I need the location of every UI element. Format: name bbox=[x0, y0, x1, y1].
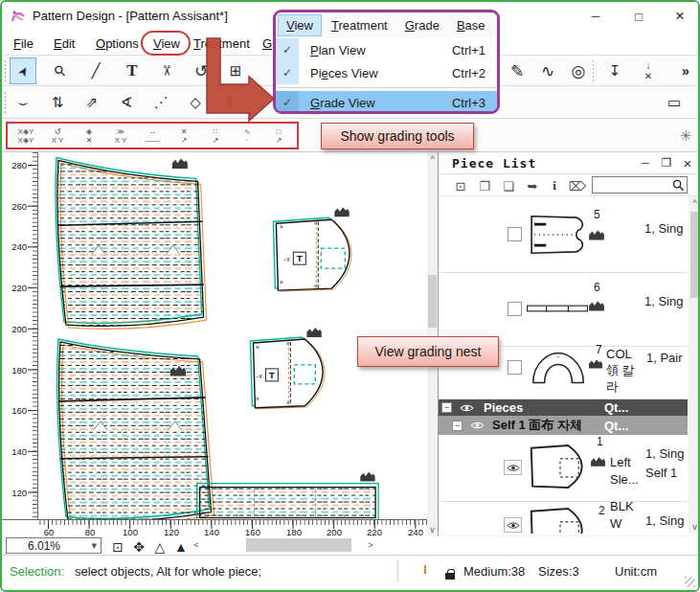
menu-file[interactable]: File bbox=[10, 34, 37, 53]
toolbar-grip[interactable] bbox=[4, 59, 7, 81]
visibility-eye-icon[interactable] bbox=[460, 403, 474, 413]
toolbar-overflow-chevron[interactable]: » bbox=[672, 57, 699, 84]
trim-tool-icon[interactable]: ✂ bbox=[153, 57, 180, 84]
piece-mark-label: -x bbox=[283, 255, 290, 263]
menu-item-plan-view[interactable]: ✓ Plan View Ctrl+1 bbox=[276, 38, 497, 61]
align-point-tool-icon[interactable]: ↧ bbox=[601, 57, 628, 84]
text-tool-icon[interactable]: T bbox=[119, 57, 146, 84]
grade-settings-icon[interactable]: ✳ bbox=[672, 123, 699, 149]
scroll-thumb[interactable] bbox=[428, 275, 437, 328]
pattern-piece-sleeve-middle[interactable]: -x T bbox=[250, 328, 325, 409]
target-tool-icon[interactable]: ◎ bbox=[565, 57, 592, 84]
fold-tool-icon[interactable]: ⇞ bbox=[216, 89, 243, 116]
scroll-left-arrow[interactable]: < bbox=[190, 538, 203, 552]
scroll-right-arrow[interactable]: > bbox=[364, 538, 377, 552]
piece-list-vertical-scrollbar[interactable]: ^ v bbox=[689, 196, 700, 534]
maximize-button[interactable]: □ bbox=[620, 3, 658, 30]
grade-corner-tool-icon[interactable]: ∷ ↗ bbox=[201, 123, 230, 149]
panel-close-button[interactable]: × bbox=[678, 152, 697, 173]
combobox-dropdown-arrow[interactable]: ▾ bbox=[91, 539, 97, 552]
overlay-menu-help[interactable]: Help bbox=[495, 15, 500, 35]
pattern-piece-skirt-top[interactable] bbox=[56, 157, 207, 329]
close-button[interactable]: × bbox=[663, 3, 697, 30]
scroll-thumb[interactable] bbox=[690, 212, 700, 298]
visibility-eye-toggle[interactable] bbox=[504, 517, 522, 533]
pattern-piece-sleeve-top[interactable]: -x T bbox=[273, 207, 351, 291]
pleat-tool-icon[interactable]: ⇅ bbox=[44, 89, 71, 116]
lock-icon bbox=[445, 573, 455, 580]
resize-grip[interactable] bbox=[685, 577, 695, 587]
group-label: Self 1 面布 자체 bbox=[492, 417, 582, 434]
group-row-self[interactable]: − Self 1 面布 자체 Qt... bbox=[439, 416, 688, 435]
grade-box-tool-icon[interactable]: □ ↗ bbox=[264, 123, 293, 149]
delete-point-tool-icon[interactable]: ↓ ✕ bbox=[634, 57, 663, 84]
status-unit: Unit:cm bbox=[615, 564, 657, 579]
pen-tool-icon[interactable]: ✎ bbox=[504, 57, 531, 84]
split-move-tool-icon[interactable]: ⇗ bbox=[79, 89, 105, 116]
copy-add-piece-icon[interactable]: ❏ bbox=[498, 172, 519, 199]
move-points-tool-icon[interactable]: ⋰ bbox=[147, 89, 174, 116]
zoom-tool-icon[interactable]: ⚲ bbox=[46, 57, 73, 84]
grade-copy-tool-icon[interactable]: ≫ X Y bbox=[106, 123, 135, 149]
measure-tool-icon[interactable]: ╱ bbox=[82, 57, 109, 84]
group-row-pieces[interactable]: − Pieces Qt... bbox=[439, 399, 688, 416]
piece-row[interactable]: 2 BLK W 1, Sing bbox=[439, 502, 688, 534]
zoom-combobox[interactable]: 6.01% ▾ bbox=[6, 537, 102, 554]
menu-options[interactable]: Options bbox=[92, 34, 143, 53]
notch-tool-icon[interactable]: ⌣ bbox=[10, 89, 36, 116]
curve-tool-icon[interactable]: ∿ bbox=[534, 57, 561, 84]
scroll-down-arrow[interactable]: v bbox=[689, 520, 700, 534]
scroll-thumb[interactable] bbox=[246, 538, 351, 552]
import-piece-icon[interactable]: ➥ bbox=[522, 172, 543, 199]
scroll-down-arrow[interactable]: v bbox=[427, 523, 438, 535]
menu-item-pieces-view[interactable]: ✓ Pieces View Ctrl+2 bbox=[276, 61, 497, 84]
info-icon[interactable]: i bbox=[546, 172, 563, 199]
overlay-menu-treatment[interactable]: Treatment bbox=[324, 15, 395, 35]
panel-minimize-button[interactable]: ─ bbox=[636, 152, 655, 173]
move-point-tool-icon[interactable]: ⊞ bbox=[222, 57, 249, 84]
new-selection-icon[interactable]: ⊡ bbox=[450, 172, 471, 199]
search-icon[interactable] bbox=[672, 179, 685, 192]
piece-row[interactable]: 5 1, Sing bbox=[439, 196, 688, 273]
walk-pieces-tool-icon[interactable]: ▭ bbox=[661, 89, 688, 116]
menu-view[interactable]: View bbox=[149, 34, 184, 53]
piece-quantity: 1, Sing bbox=[645, 446, 688, 461]
minimize-button[interactable]: ─ bbox=[576, 3, 615, 30]
menu-edit[interactable]: Edit bbox=[50, 34, 79, 53]
grade-rotate-tool-icon[interactable]: ↺ X Y bbox=[43, 123, 72, 149]
grade-cross-tool-icon[interactable]: ✕ ↗ bbox=[169, 123, 198, 149]
rotate-tool-icon[interactable]: ↺ bbox=[188, 57, 215, 84]
visibility-eye-toggle[interactable] bbox=[504, 460, 522, 475]
overlay-menu-base[interactable]: Base bbox=[449, 15, 493, 35]
scroll-up-arrow[interactable]: ^ bbox=[689, 196, 700, 210]
piece-row[interactable]: 1 Left Sle... 1, Sing Self 1 bbox=[439, 435, 688, 502]
menu-treatment[interactable]: Treatment bbox=[190, 34, 254, 53]
grade-curve-tool-icon[interactable]: ∿ · bbox=[233, 123, 261, 149]
overlay-menu-grade[interactable]: Grade bbox=[397, 15, 447, 35]
piece-checkbox[interactable] bbox=[508, 360, 522, 375]
panel-float-button[interactable]: ❐ bbox=[657, 152, 676, 173]
delete-piece-icon[interactable]: ⌦ bbox=[567, 172, 588, 199]
canvas-horizontal-scrollbar[interactable] bbox=[205, 538, 364, 552]
select-tool-icon[interactable]: ➤ bbox=[10, 57, 36, 84]
pattern-piece-skirt-bottom[interactable] bbox=[57, 339, 215, 519]
pattern-piece-strip[interactable] bbox=[197, 472, 379, 519]
grade-parallel-tool-icon[interactable]: ↔ —— bbox=[138, 123, 167, 149]
toolbar-grip[interactable] bbox=[4, 91, 7, 114]
grade-mirror-tool-icon[interactable]: ◈ ✕ bbox=[75, 123, 103, 149]
piece-checkbox[interactable] bbox=[508, 227, 522, 241]
piece-search-input[interactable] bbox=[594, 178, 670, 192]
polygon-tool-icon[interactable]: ◇ bbox=[182, 89, 209, 116]
grade-move-xy-tool-icon[interactable]: X◈Y X◈Y bbox=[11, 123, 40, 149]
copy-piece-icon[interactable]: ❐ bbox=[474, 172, 495, 199]
collapse-expander[interactable]: − bbox=[441, 402, 452, 413]
menu-item-grade-view[interactable]: ✓ Grade View Ctrl+3 bbox=[276, 91, 497, 114]
view-dropdown-overlay: View Treatment Grade Base Help ✓ Plan Vi… bbox=[273, 10, 500, 114]
overlay-menu-view[interactable]: View bbox=[278, 14, 322, 36]
scroll-up-arrow[interactable]: ^ bbox=[427, 152, 438, 165]
collapse-expander[interactable]: − bbox=[452, 421, 463, 431]
visibility-eye-icon[interactable] bbox=[470, 421, 485, 430]
piece-checkbox[interactable] bbox=[508, 302, 522, 316]
zoom-value: 6.01% bbox=[28, 539, 60, 553]
angle-tool-icon[interactable]: ∢ bbox=[113, 89, 140, 116]
